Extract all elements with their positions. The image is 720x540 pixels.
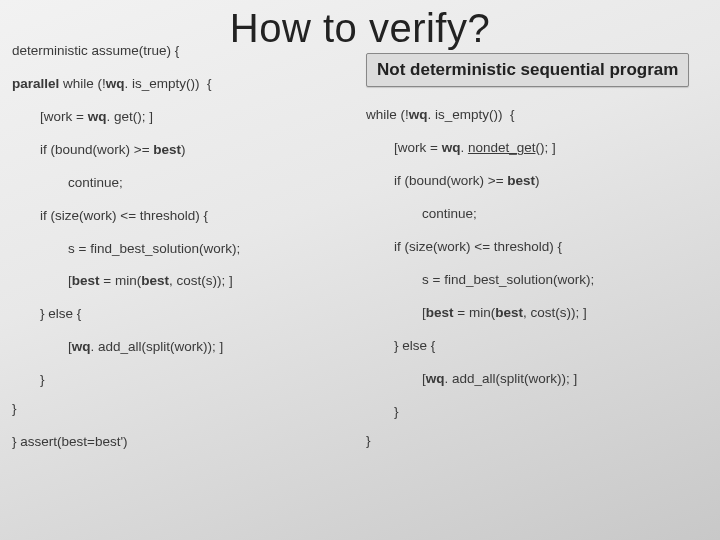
code-line: } bbox=[12, 370, 354, 391]
code-line: continue; bbox=[366, 204, 708, 225]
code-line: [wq. add_all(split(work)); ] bbox=[366, 369, 708, 390]
code-line: if (size(work) <= threshold) { bbox=[12, 206, 354, 227]
code-line: if (bound(work) >= best) bbox=[366, 171, 708, 192]
code-line: } bbox=[12, 399, 354, 420]
code-line: } bbox=[366, 402, 708, 423]
txt: if (bound(work) >= bbox=[394, 173, 507, 188]
code-line: s = find_best_solution(work); bbox=[12, 239, 354, 260]
code-line: if (size(work) <= threshold) { bbox=[366, 237, 708, 258]
code-line: } bbox=[366, 431, 708, 452]
var-wq: wq bbox=[442, 140, 461, 155]
kw-parallel: parallel bbox=[12, 76, 59, 91]
code-line: continue; bbox=[12, 173, 354, 194]
code-line: while (!wq. is_empty()) { bbox=[366, 105, 708, 126]
txt: if (bound(work) >= bbox=[40, 142, 153, 157]
txt: = min( bbox=[100, 273, 142, 288]
var-best: best bbox=[426, 305, 454, 320]
code-line: [best = min(best, cost(s)); ] bbox=[12, 271, 354, 292]
code-line: deterministic assume(true) { bbox=[12, 41, 354, 62]
txt: = min( bbox=[454, 305, 496, 320]
var-wq: wq bbox=[409, 107, 428, 122]
code-line: [work = wq. get(); ] bbox=[12, 107, 354, 128]
txt: ) bbox=[535, 173, 540, 188]
txt: [work = bbox=[394, 140, 442, 155]
txt: . is_empty()) { bbox=[125, 76, 212, 91]
txt: while (! bbox=[366, 107, 409, 122]
txt: . get(); ] bbox=[106, 109, 153, 124]
var-wq: wq bbox=[426, 371, 445, 386]
var-wq: wq bbox=[72, 339, 91, 354]
var-best: best bbox=[141, 273, 169, 288]
highlight-badge: Not deterministic sequential program bbox=[366, 53, 689, 87]
code-line: [work = wq. nondet_get(); ] bbox=[366, 138, 708, 159]
code-line: } else { bbox=[366, 336, 708, 357]
content-columns: deterministic assume(true) { parallel wh… bbox=[0, 53, 720, 453]
txt: . bbox=[460, 140, 468, 155]
code-line: parallel while (!wq. is_empty()) { bbox=[12, 74, 354, 95]
txt: ) bbox=[181, 142, 186, 157]
code-line: if (bound(work) >= best) bbox=[12, 140, 354, 161]
txt: . add_all(split(work)); ] bbox=[445, 371, 578, 386]
code-line: } assert(best=best') bbox=[12, 432, 354, 453]
var-wq: wq bbox=[106, 76, 125, 91]
txt: , cost(s)); ] bbox=[169, 273, 233, 288]
txt: (); ] bbox=[535, 140, 555, 155]
code-line: } else { bbox=[12, 304, 354, 325]
txt: while (! bbox=[59, 76, 106, 91]
txt: , cost(s)); ] bbox=[523, 305, 587, 320]
var-best: best bbox=[153, 142, 181, 157]
right-column: Not deterministic sequential program whi… bbox=[362, 53, 708, 453]
txt: [work = bbox=[40, 109, 88, 124]
var-best: best bbox=[495, 305, 523, 320]
code-line: [wq. add_all(split(work)); ] bbox=[12, 337, 354, 358]
txt: . is_empty()) { bbox=[428, 107, 515, 122]
fn-nondet-get: nondet_get bbox=[468, 140, 536, 155]
var-best: best bbox=[72, 273, 100, 288]
left-column: deterministic assume(true) { parallel wh… bbox=[12, 41, 362, 453]
var-best: best bbox=[507, 173, 535, 188]
code-line: s = find_best_solution(work); bbox=[366, 270, 708, 291]
var-wq: wq bbox=[88, 109, 107, 124]
code-line: [best = min(best, cost(s)); ] bbox=[366, 303, 708, 324]
txt: . add_all(split(work)); ] bbox=[91, 339, 224, 354]
